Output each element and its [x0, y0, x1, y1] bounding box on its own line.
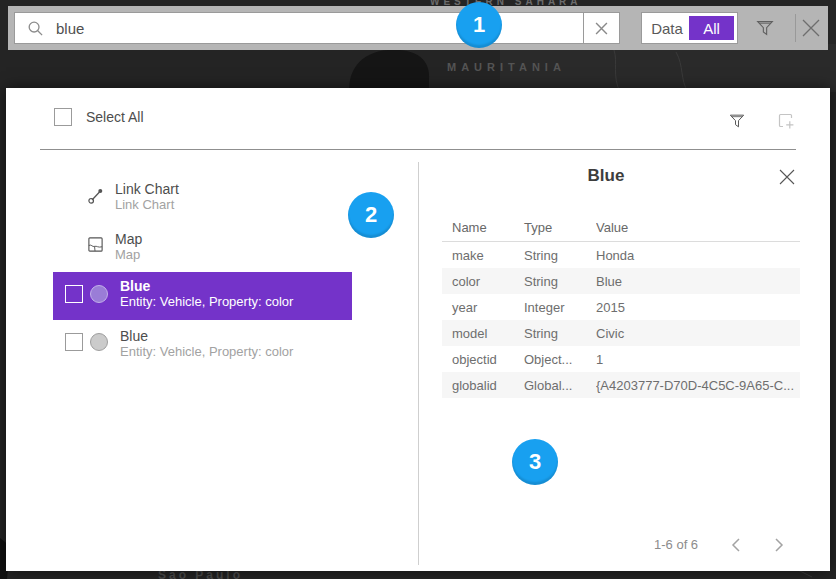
list-item-subtitle: Entity: Vehicle, Property: color [120, 294, 293, 309]
list-item-title: Blue [120, 328, 148, 344]
toggle-option-all[interactable]: All [689, 16, 734, 40]
header-divider [40, 149, 796, 150]
cell-value: Blue [596, 274, 800, 289]
scope-toggle: Data All [641, 12, 738, 44]
filter-icon[interactable] [754, 17, 776, 39]
callout-badge-2: 2 [348, 192, 394, 238]
table-row: objectid Object... 1 [442, 346, 800, 372]
cell-name: model [442, 326, 524, 341]
toggle-option-data[interactable]: Data [645, 16, 689, 40]
item-checkbox[interactable] [65, 285, 83, 303]
entity-circle-icon [90, 285, 108, 303]
add-selection-icon[interactable] [776, 111, 796, 131]
column-header: Value [596, 220, 800, 235]
clear-search-button[interactable] [583, 12, 620, 44]
table-row: year Integer 2015 [442, 294, 800, 320]
cell-type: String [524, 248, 596, 263]
table-header: Name Type Value [442, 214, 800, 242]
cell-value: Civic [596, 326, 800, 341]
table-row: make String Honda [442, 242, 800, 268]
list-item-title: Map [115, 231, 142, 247]
results-panel: Select All Link Chart Link Chart Map Map [6, 88, 830, 571]
search-toolbar: Data All [8, 6, 828, 50]
list-item-map[interactable]: Map Map [53, 226, 352, 270]
list-item-blue-selected[interactable]: Blue Entity: Vehicle, Property: color [53, 272, 352, 320]
cell-value: Honda [596, 248, 800, 263]
search-input[interactable] [54, 19, 583, 38]
panel-filter-icon[interactable] [727, 111, 747, 131]
cell-name: make [442, 248, 524, 263]
list-item-title: Blue [120, 278, 150, 294]
cell-value: 2015 [596, 300, 800, 315]
map-label-mauritania: MAURITANIA [447, 61, 566, 73]
detail-close-icon[interactable] [778, 168, 796, 186]
column-header: Name [442, 220, 524, 235]
callout-badge-1: 1 [456, 2, 502, 48]
cell-name: globalid [442, 378, 524, 393]
cell-type: String [524, 326, 596, 341]
table-row: model String Civic [442, 320, 800, 346]
app-screen: WESTERN SAHARA MAURITANIA Sao Paulo Data… [0, 0, 836, 579]
cell-type: Global... [524, 378, 596, 393]
close-search-icon[interactable] [799, 16, 823, 40]
prev-page-icon[interactable] [730, 536, 748, 554]
cell-type: String [524, 274, 596, 289]
cell-name: color [442, 274, 524, 289]
select-all-label: Select All [86, 109, 144, 125]
select-all-checkbox[interactable] [54, 108, 72, 126]
table-row: globalid Global... {A4203777-D70D-4C5C-9… [442, 372, 800, 398]
next-page-icon[interactable] [773, 536, 791, 554]
cell-type: Integer [524, 300, 596, 315]
list-item-blue[interactable]: Blue Entity: Vehicle, Property: color [53, 320, 352, 368]
attributes-table: Name Type Value make String Honda color … [442, 214, 800, 398]
map-icon [87, 236, 104, 253]
pagination-label: 1-6 of 6 [654, 537, 698, 552]
list-item-subtitle: Link Chart [115, 197, 174, 212]
entity-circle-icon [90, 333, 108, 351]
list-item-title: Link Chart [115, 181, 179, 197]
detail-title: Blue [566, 166, 646, 186]
column-header: Type [524, 220, 596, 235]
item-checkbox[interactable] [65, 333, 83, 351]
panel-divider [418, 162, 419, 565]
callout-badge-3: 3 [512, 439, 558, 485]
table-row: color String Blue [442, 268, 800, 294]
list-item-subtitle: Map [115, 247, 140, 262]
list-item-link-chart[interactable]: Link Chart Link Chart [53, 176, 352, 220]
list-item-subtitle: Entity: Vehicle, Property: color [120, 344, 293, 359]
link-chart-icon [87, 187, 105, 205]
cell-value: {A4203777-D70D-4C5C-9A65-C... [596, 378, 800, 393]
cell-type: Object... [524, 352, 596, 367]
cell-value: 1 [596, 352, 800, 367]
toolbar-divider [795, 14, 796, 42]
cell-name: objectid [442, 352, 524, 367]
search-icon [27, 20, 44, 37]
cell-name: year [442, 300, 524, 315]
